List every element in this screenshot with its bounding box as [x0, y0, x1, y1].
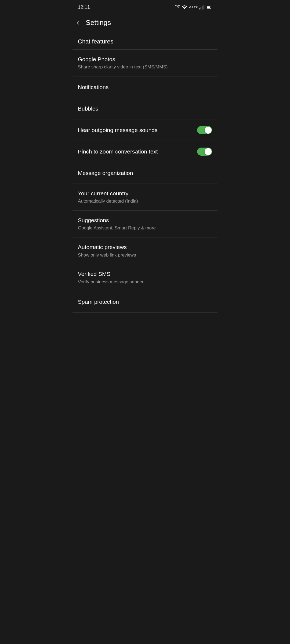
- header: ‹ Settings: [73, 13, 218, 33]
- status-bar: 12:11 VoLTE: [73, 0, 218, 13]
- status-icons: VoLTE: [175, 5, 212, 10]
- verified-sms-subtitle: Verify business message sender: [78, 279, 208, 285]
- automatic-previews-title: Automatic previews: [78, 243, 208, 251]
- svg-rect-4: [204, 5, 205, 10]
- volte-icon: VoLTE: [189, 6, 198, 9]
- svg-rect-0: [200, 8, 200, 9]
- svg-rect-6: [207, 6, 210, 8]
- pinch-zoom-item[interactable]: Pinch to zoom conversation text: [73, 141, 218, 162]
- suggestions-item[interactable]: Suggestions Google Assistant, Smart Repl…: [73, 211, 218, 237]
- suggestions-title: Suggestions: [78, 217, 208, 224]
- alarm-icon: [175, 5, 180, 10]
- bubbles-item[interactable]: Bubbles: [73, 98, 218, 119]
- back-button[interactable]: ‹: [77, 18, 81, 27]
- status-time: 12:11: [78, 5, 90, 10]
- pinch-zoom-toggle[interactable]: [197, 148, 212, 156]
- google-photos-item[interactable]: Google Photos Share sharp clarity video …: [73, 50, 218, 76]
- google-photos-title: Google Photos: [78, 56, 208, 63]
- hear-outgoing-item[interactable]: Hear outgoing message sounds: [73, 119, 218, 141]
- svg-rect-3: [203, 5, 204, 10]
- notifications-title: Notifications: [78, 83, 208, 91]
- google-photos-subtitle: Share sharp clarity video in text (SMS/M…: [78, 64, 208, 70]
- verified-sms-title: Verified SMS: [78, 270, 208, 277]
- spam-protection-title: Spam protection: [78, 298, 208, 305]
- message-organization-item[interactable]: Message organization: [73, 162, 218, 184]
- bubbles-title: Bubbles: [78, 105, 208, 112]
- automatic-previews-subtitle: Show only web link previews: [78, 252, 208, 258]
- notifications-item[interactable]: Notifications: [73, 76, 218, 98]
- suggestions-subtitle: Google Assistant, Smart Reply & more: [78, 225, 208, 231]
- verified-sms-item[interactable]: Verified SMS Verify business message sen…: [73, 264, 218, 291]
- current-country-subtitle: Automatically detected (India): [78, 198, 208, 204]
- svg-rect-1: [201, 7, 201, 9]
- svg-rect-2: [202, 6, 202, 9]
- signal-icon: [199, 5, 205, 10]
- current-country-title: Your current country: [78, 190, 208, 197]
- page-title: Settings: [86, 19, 111, 27]
- current-country-item[interactable]: Your current country Automatically detec…: [73, 184, 218, 211]
- automatic-previews-item[interactable]: Automatic previews Show only web link pr…: [73, 237, 218, 264]
- hear-outgoing-title: Hear outgoing message sounds: [78, 126, 193, 134]
- pinch-zoom-title: Pinch to zoom conversation text: [78, 148, 193, 155]
- wifi-icon: [182, 5, 187, 10]
- settings-list: Chat features Google Photos Share sharp …: [73, 33, 218, 313]
- chat-features-label: Chat features: [73, 33, 218, 50]
- message-organization-title: Message organization: [78, 169, 208, 177]
- battery-icon: [206, 5, 212, 10]
- spam-protection-item[interactable]: Spam protection: [73, 291, 218, 313]
- hear-outgoing-toggle[interactable]: [197, 126, 212, 134]
